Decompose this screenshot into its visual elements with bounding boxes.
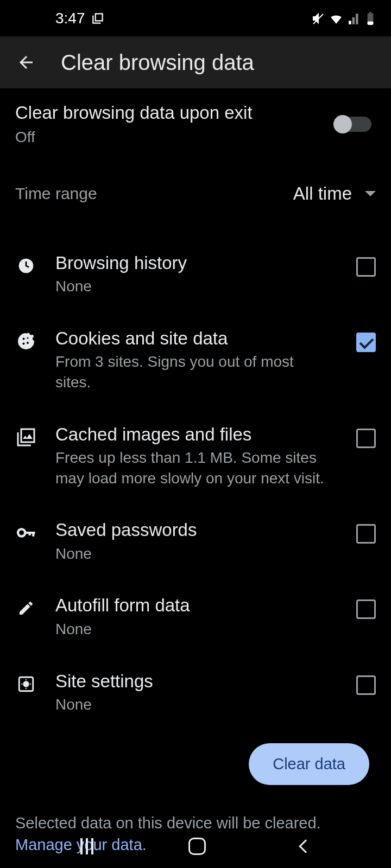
data-type-item[interactable]: Cached images and filesFrees up less tha… (0, 408, 391, 504)
clear-data-button[interactable]: Clear data (249, 743, 369, 785)
svg-point-10 (24, 681, 29, 686)
item-title: Browsing history (55, 252, 332, 274)
item-body: Cookies and site dataFrom 3 sites. Signs… (55, 327, 338, 393)
item-title: Autofill form data (55, 594, 332, 616)
item-checkbox[interactable] (356, 524, 376, 544)
status-left: 3:47 (55, 10, 105, 27)
item-title: Site settings (55, 670, 332, 692)
item-checkbox[interactable] (356, 429, 376, 448)
arrow-back-icon (16, 53, 36, 72)
svg-point-5 (27, 342, 29, 344)
time-range-value: All time (293, 183, 352, 204)
cookie-icon (15, 330, 37, 352)
data-type-item[interactable]: Cookies and site dataFrom 3 sites. Signs… (0, 312, 391, 408)
data-type-list: Browsing historyNoneCookies and site dat… (0, 220, 391, 730)
nav-back-button[interactable] (299, 839, 313, 853)
item-subtitle: Frees up less than 1.1 MB. Some sites ma… (55, 448, 332, 489)
item-subtitle: From 3 sites. Signs you out of most site… (55, 352, 332, 393)
chevron-down-icon (365, 191, 376, 196)
item-title: Cookies and site data (55, 327, 332, 349)
svg-rect-1 (369, 12, 371, 14)
time-range-dropdown[interactable]: All time (293, 183, 376, 204)
svg-point-8 (18, 529, 25, 537)
data-type-item[interactable]: Saved passwordsNone (0, 503, 391, 579)
item-subtitle: None (55, 544, 332, 564)
time-range-label: Time range (15, 184, 97, 203)
app-bar: Clear browsing data (0, 36, 391, 88)
clear-on-exit-switch[interactable] (335, 117, 371, 132)
item-body: Browsing historyNone (55, 252, 338, 297)
item-body: Cached images and filesFrees up less tha… (55, 423, 338, 489)
nav-recents-button[interactable] (80, 838, 93, 854)
item-title: Cached images and files (55, 423, 332, 445)
wifi-icon (329, 11, 343, 25)
clear-on-exit-status: Off (15, 127, 335, 148)
svg-point-4 (23, 337, 25, 340)
clear-on-exit-title: Clear browsing data upon exit (15, 101, 335, 125)
switch-thumb (333, 115, 352, 133)
status-right (312, 11, 375, 25)
item-checkbox[interactable] (356, 257, 376, 277)
status-time: 3:47 (55, 10, 85, 27)
item-body: Site settingsNone (55, 670, 338, 715)
clear-button-row: Clear data (0, 730, 391, 798)
screenshot-icon (91, 11, 105, 25)
item-checkbox[interactable] (356, 675, 376, 695)
svg-point-7 (27, 337, 29, 339)
item-subtitle: None (55, 619, 332, 640)
item-subtitle: None (55, 276, 332, 297)
data-type-item[interactable]: Site settingsNone (0, 655, 391, 730)
item-body: Saved passwordsNone (55, 519, 338, 564)
data-type-item[interactable]: Autofill form dataNone (0, 579, 391, 654)
battery-icon (366, 11, 375, 25)
item-checkbox[interactable] (356, 333, 376, 352)
status-bar: 3:47 (0, 0, 391, 36)
back-button[interactable] (13, 49, 39, 75)
system-nav-bar (0, 825, 391, 868)
svg-point-6 (23, 342, 25, 344)
data-type-item[interactable]: Browsing historyNone (0, 237, 391, 312)
svg-rect-2 (368, 21, 374, 25)
item-subtitle: None (55, 694, 332, 715)
item-body: Autofill form dataNone (55, 594, 338, 639)
image-icon (15, 426, 37, 448)
nav-home-button[interactable] (188, 838, 206, 855)
time-range-row[interactable]: Time range All time (0, 157, 391, 220)
mute-icon (312, 12, 325, 25)
pencil-icon (15, 597, 37, 619)
page-title: Clear browsing data (61, 50, 254, 75)
key-icon (15, 522, 37, 544)
clock-icon (15, 255, 37, 277)
signal-icon (348, 11, 362, 25)
item-checkbox[interactable] (356, 599, 376, 619)
item-title: Saved passwords (55, 519, 332, 541)
clear-on-exit-row[interactable]: Clear browsing data upon exit Off (0, 88, 391, 157)
settings-icon (15, 673, 37, 695)
